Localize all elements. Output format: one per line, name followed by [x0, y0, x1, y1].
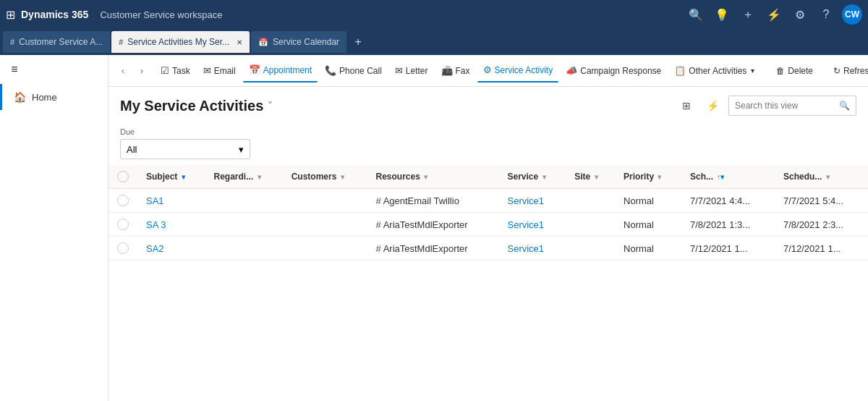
resources-cell: # AriaTestMdlExporter	[367, 237, 499, 261]
col-header-resources[interactable]: Resources ▾	[367, 165, 499, 189]
row-checkbox[interactable]	[117, 242, 129, 254]
view-layout-icon[interactable]: ⊞	[676, 96, 697, 116]
scheduled-end-cell: 7/8/2021 2:3...	[775, 213, 868, 237]
service-activity-button[interactable]: ⚙ Service Activity	[477, 59, 559, 83]
plus-icon[interactable]: ＋	[738, 4, 758, 25]
fax-button[interactable]: 📠 Fax	[435, 59, 476, 83]
settings-icon[interactable]: ⚙	[790, 4, 810, 25]
scheduled-start-cell: 7/12/2021 1...	[681, 237, 775, 261]
subject-cell: SA 3	[137, 213, 205, 237]
nav-forward-button[interactable]: ›	[133, 62, 150, 80]
col-header-service[interactable]: Service ▾	[498, 165, 566, 189]
service-link[interactable]: Service1	[507, 243, 544, 254]
search-icon[interactable]: 🔍	[686, 4, 706, 25]
customers-cell	[283, 237, 367, 261]
email-icon: ✉	[203, 65, 211, 76]
resources-cell: # AriaTestMdlExporter	[367, 213, 499, 237]
sort-icon-resources: ▾	[424, 173, 427, 181]
phone-label: Phone Call	[339, 66, 382, 76]
col-header-scheduled-start[interactable]: Sch... ↑▾	[681, 165, 775, 189]
tab-icon-cal: 📅	[258, 38, 268, 47]
sidebar: ≡ 🏠 Home	[0, 55, 109, 401]
delete-icon: 🗑	[776, 66, 785, 76]
view-title-area: My Service Activities ˅	[120, 98, 273, 114]
site-cell	[566, 237, 615, 261]
email-label: Email	[214, 66, 236, 76]
sort-icon-service: ▾	[542, 173, 546, 181]
sort-icon-priority: ▾	[658, 173, 661, 181]
tab-service-calendar[interactable]: 📅 Service Calendar	[251, 31, 346, 53]
tab-icon-sa: #	[119, 38, 123, 46]
row-checkbox[interactable]	[117, 195, 129, 206]
fax-label: Fax	[456, 66, 470, 76]
subject-link[interactable]: SA1	[146, 195, 164, 206]
avatar[interactable]: CW	[842, 4, 862, 25]
help-icon[interactable]: ?	[816, 4, 836, 25]
nav-back-button[interactable]: ‹	[114, 62, 132, 80]
sidebar-item-home[interactable]: 🏠 Home	[0, 84, 108, 110]
tab-close-button[interactable]: ✕	[237, 38, 242, 46]
col-header-check[interactable]	[109, 165, 137, 189]
service-activity-icon: ⚙	[483, 64, 492, 75]
content-area: ‹ › ☑ Task ✉ Email 📅 Appointment 📞 Phone…	[109, 55, 868, 401]
task-button[interactable]: ☑ Task	[155, 59, 196, 83]
view-filter-icon[interactable]: ⚡	[702, 96, 723, 116]
col-header-site[interactable]: Site ▾	[566, 165, 615, 189]
row-checkbox[interactable]	[117, 219, 129, 230]
appointment-button[interactable]: 📅 Appointment	[243, 59, 318, 83]
view-header-actions: ⊞ ⚡ 🔍	[676, 96, 856, 116]
letter-button[interactable]: ✉ Letter	[389, 59, 434, 83]
priority-cell: Normal	[615, 189, 681, 213]
col-header-subject[interactable]: Subject ▾	[137, 165, 205, 189]
filter-value: All	[127, 144, 137, 155]
subject-link[interactable]: SA 3	[146, 219, 166, 230]
apps-icon[interactable]: ⊞	[6, 8, 15, 22]
subject-link[interactable]: SA2	[146, 243, 164, 254]
sidebar-toggle[interactable]: ≡	[0, 55, 29, 84]
sort-icon-end: ▾	[826, 173, 830, 181]
other-activities-button[interactable]: 📋 Other Activities ▾	[668, 59, 760, 83]
service-link[interactable]: Service1	[507, 219, 544, 230]
scheduled-end-cell: 7/7/2021 5:4...	[775, 189, 868, 213]
lightbulb-icon[interactable]: 💡	[712, 4, 732, 25]
col-header-scheduled-end[interactable]: Schedu... ▾	[775, 165, 868, 189]
campaign-response-button[interactable]: 📣 Campaign Response	[560, 59, 667, 83]
table-row: SA2 # AriaTestMdlExporter Service1 Norma…	[109, 237, 868, 261]
campaign-icon: 📣	[566, 65, 577, 76]
scheduled-start-cell: 7/8/2021 1:3...	[681, 213, 775, 237]
data-table: Subject ▾ Regardi... ▾ Customers ▾ Res	[109, 165, 868, 261]
other-activities-icon: 📋	[674, 65, 686, 76]
email-button[interactable]: ✉ Email	[197, 59, 242, 83]
regarding-cell	[205, 237, 283, 261]
sort-icon-regarding: ▾	[258, 173, 261, 181]
priority-cell: Normal	[615, 213, 681, 237]
col-header-priority[interactable]: Priority ▾	[615, 165, 681, 189]
filter-select[interactable]: All ▾	[120, 139, 250, 159]
refresh-button[interactable]: ↻ Refresh	[827, 59, 868, 83]
phone-call-button[interactable]: 📞 Phone Call	[319, 59, 388, 83]
filter-icon[interactable]: ⚡	[764, 4, 784, 25]
inner-content: My Service Activities ˅ ⊞ ⚡ 🔍 Due All	[109, 87, 868, 401]
top-bar-icons: 🔍 💡 ＋ ⚡ ⚙ ? CW	[686, 4, 862, 25]
search-box: 🔍	[728, 96, 856, 116]
resources-cell: # AgentEmail Twillio	[367, 189, 499, 213]
row-check-cell	[109, 237, 137, 261]
tab-icon-cs: #	[10, 38, 14, 46]
letter-label: Letter	[406, 66, 428, 76]
tab-add-button[interactable]: +	[348, 32, 368, 52]
view-title: My Service Activities	[120, 98, 263, 114]
col-header-regarding[interactable]: Regardi... ▾	[205, 165, 283, 189]
service-activity-label: Service Activity	[495, 65, 553, 75]
select-all-checkbox[interactable]	[117, 171, 129, 182]
service-link[interactable]: Service1	[507, 195, 544, 206]
delete-button[interactable]: 🗑 Delete	[770, 59, 819, 83]
letter-icon: ✉	[395, 65, 403, 76]
top-bar: ⊞ Dynamics 365 Customer Service workspac…	[0, 0, 868, 29]
col-header-customers[interactable]: Customers ▾	[283, 165, 367, 189]
tab-service-activities[interactable]: # Service Activities My Ser... ✕	[111, 31, 250, 53]
tab-customer-service[interactable]: # Customer Service A...	[3, 31, 110, 53]
appointment-label: Appointment	[263, 65, 312, 75]
refresh-icon: ↻	[833, 66, 841, 76]
search-input[interactable]	[735, 101, 836, 111]
view-title-chevron[interactable]: ˅	[268, 100, 273, 111]
